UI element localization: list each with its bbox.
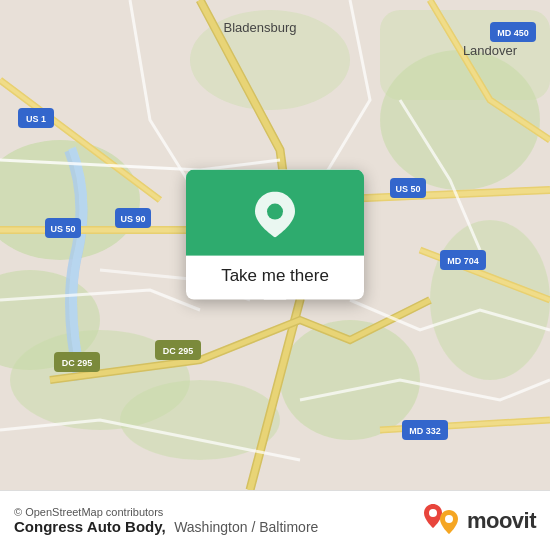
svg-point-7: [120, 380, 280, 460]
svg-point-34: [445, 515, 453, 523]
svg-point-33: [429, 509, 437, 517]
moovit-logo: moovit: [423, 502, 536, 540]
location-pin-icon: [255, 192, 295, 238]
footer-title: Congress Auto Body,: [14, 518, 166, 535]
popup-header: [186, 170, 364, 256]
svg-point-5: [430, 220, 550, 380]
svg-text:US 1: US 1: [26, 114, 46, 124]
copyright-text: © OpenStreetMap contributors: [14, 506, 318, 518]
svg-text:DC 295: DC 295: [163, 346, 194, 356]
svg-text:US 50: US 50: [50, 224, 75, 234]
svg-point-32: [267, 204, 283, 220]
footer-info: © OpenStreetMap contributors Congress Au…: [14, 506, 318, 536]
svg-text:MD 704: MD 704: [447, 256, 479, 266]
svg-text:DC 295: DC 295: [62, 358, 93, 368]
svg-text:MD 450: MD 450: [497, 28, 529, 38]
svg-text:US 90: US 90: [120, 214, 145, 224]
footer-subtitle: Washington / Baltimore: [174, 519, 318, 535]
svg-text:Bladensburg: Bladensburg: [224, 20, 297, 35]
popup-card: Take me there: [186, 170, 364, 300]
svg-text:Landover: Landover: [463, 43, 518, 58]
moovit-text: moovit: [467, 508, 536, 534]
svg-text:US 50: US 50: [395, 184, 420, 194]
footer-location: Congress Auto Body, Washington / Baltimo…: [14, 518, 318, 536]
footer-bar: © OpenStreetMap contributors Congress Au…: [0, 490, 550, 550]
svg-text:MD 332: MD 332: [409, 426, 441, 436]
map-container: US 1 US 90 US 50 US 50 DC 295 DC 295 DC …: [0, 0, 550, 490]
take-me-there-button[interactable]: Take me there: [205, 256, 345, 300]
moovit-pins-icon: [423, 502, 461, 540]
